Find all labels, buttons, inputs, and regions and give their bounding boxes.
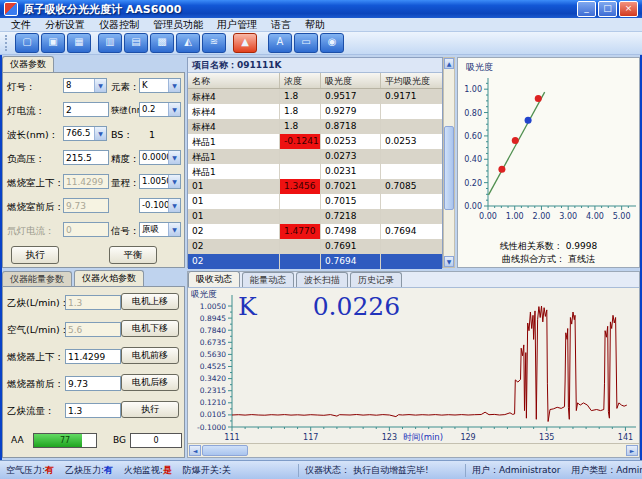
lamp-current-label: 灯电流：: [7, 105, 45, 118]
svg-text:123: 123: [382, 433, 397, 442]
burner-updown-label: 燃烧器上下：: [7, 351, 64, 364]
col-average-absorbance[interactable]: 平均吸光度: [381, 73, 441, 88]
scroll-left-icon[interactable]: ◄: [189, 445, 201, 456]
col-name[interactable]: 名称: [188, 73, 280, 88]
acetylene-flow-input[interactable]: [65, 403, 121, 418]
menu-analysis-settings[interactable]: 分析设置: [38, 18, 92, 32]
svg-text:3.00: 3.00: [559, 212, 577, 221]
burner-frontback-input[interactable]: [65, 376, 121, 391]
scrollbar-thumb[interactable]: [444, 126, 454, 210]
menubar: 文件 分析设置 仪器控制 管理员功能 用户管理 语言 帮助: [0, 18, 642, 32]
new-file-icon[interactable]: ▢: [15, 33, 39, 53]
burner-updown-input[interactable]: [65, 349, 121, 364]
chevron-down-icon: ▼: [168, 199, 180, 212]
menu-file[interactable]: 文件: [4, 18, 38, 32]
open-file-icon[interactable]: ▣: [41, 33, 65, 53]
peak-profile-icon[interactable]: ◭: [176, 33, 200, 53]
lamp-icon[interactable]: ▥: [98, 33, 122, 53]
table-row[interactable]: 样品10.0273: [188, 149, 442, 164]
slit-select[interactable]: 0.2▼: [139, 102, 181, 117]
tab-absorption-dynamic[interactable]: 吸收动态: [188, 271, 240, 287]
power-icon[interactable]: ◉: [320, 33, 344, 53]
burner-icon[interactable]: ≋: [202, 33, 226, 53]
table-row[interactable]: 标样41.80.9279: [188, 104, 442, 119]
lamp-energy-icon[interactable]: ▤: [124, 33, 148, 53]
table-row[interactable]: 样品10.0231: [188, 164, 442, 179]
motor-back-button[interactable]: 电机后移: [121, 374, 179, 391]
signal-scrollbar[interactable]: ◄ ►: [188, 443, 639, 457]
table-row[interactable]: 样品1-0.12410.02530.0253: [188, 134, 442, 149]
wavelength-select[interactable]: 766.5▼: [63, 126, 107, 141]
table-row[interactable]: 标样41.80.8718: [188, 119, 442, 134]
scroll-down-icon[interactable]: ▼: [444, 256, 454, 267]
lamp-number-select[interactable]: 8▼: [63, 78, 107, 93]
correlation-line: 线性相关系数： 0.9998: [458, 240, 639, 253]
execute-button[interactable]: 执行: [11, 246, 59, 264]
wavelength-icon[interactable]: A: [268, 33, 292, 53]
tab-history[interactable]: 历史记录: [350, 272, 402, 287]
svg-text:1.00: 1.00: [506, 212, 524, 221]
maximize-button[interactable]: □: [598, 1, 617, 17]
bg-value: 0: [130, 433, 182, 448]
signal-select[interactable]: 原吸▼: [139, 222, 181, 237]
table-row[interactable]: 021.47700.74980.7694: [188, 224, 442, 239]
scrollbar-thumb[interactable]: [202, 445, 248, 456]
menu-help[interactable]: 帮助: [298, 18, 332, 32]
table-row-selected[interactable]: 020.7694: [188, 254, 442, 269]
high-voltage-input[interactable]: [63, 150, 109, 165]
svg-text:吸光度: 吸光度: [191, 289, 217, 299]
scroll-right-icon[interactable]: ►: [626, 445, 638, 456]
element-label: 元素：: [111, 81, 140, 94]
bs-label: BS：: [111, 129, 133, 142]
offset-select[interactable]: -0.1000▼: [139, 198, 181, 213]
user-status: 用户：Administrator 用户类型：Administrator: [465, 464, 642, 477]
menu-language[interactable]: 语言: [264, 18, 298, 32]
scroll-up-icon[interactable]: ▲: [444, 58, 454, 69]
col-concentration[interactable]: 浓度: [280, 73, 321, 88]
save-icon[interactable]: ▦: [67, 33, 91, 53]
close-button[interactable]: ×: [619, 1, 638, 17]
col-absorbance[interactable]: 吸光度: [321, 73, 381, 88]
flame-icon[interactable]: ▲: [233, 33, 257, 53]
motor-up-button[interactable]: 电机上移: [121, 293, 179, 310]
chevron-down-icon: ▼: [168, 103, 180, 116]
table-row[interactable]: 标样41.80.95170.9171: [188, 89, 442, 104]
table-row[interactable]: 010.7218: [188, 209, 442, 224]
menu-admin-functions[interactable]: 管理员功能: [146, 18, 210, 32]
table-row[interactable]: 020.7691: [188, 239, 442, 254]
precision-select[interactable]: 0.0000▼: [139, 150, 181, 165]
tab-energy-dynamic[interactable]: 能量动态: [242, 272, 294, 287]
svg-text:111: 111: [224, 433, 239, 442]
energy-scan-icon[interactable]: ▩: [150, 33, 174, 53]
table-row[interactable]: 010.7015: [188, 194, 442, 209]
svg-text:0.60: 0.60: [464, 132, 482, 141]
element-select[interactable]: K▼: [139, 78, 181, 93]
flame-execute-button[interactable]: 执行: [121, 401, 179, 418]
autosampler-icon[interactable]: ▭: [294, 33, 318, 53]
chevron-down-icon: ▼: [94, 127, 106, 140]
tab-energy-params[interactable]: 仪器能量参数: [2, 271, 72, 286]
app-window: 原子吸收分光光度计 AAS6000 _ □ × 文件 分析设置 仪器控制 管理员…: [0, 0, 642, 479]
table-header: 名称 浓度 吸光度 平均吸光度: [188, 73, 442, 89]
motor-forward-button[interactable]: 电机前移: [121, 347, 179, 364]
table-row[interactable]: 011.34560.70210.7085: [188, 179, 442, 194]
balance-button[interactable]: 平衡: [109, 246, 157, 264]
menu-instrument-control[interactable]: 仪器控制: [92, 18, 146, 32]
chevron-down-icon: ▼: [168, 175, 180, 188]
tab-wavelength-scan[interactable]: 波长扫描: [296, 272, 348, 287]
minimize-button[interactable]: _: [577, 1, 596, 17]
chevron-down-icon: ▼: [168, 151, 180, 164]
air-pressure-value: 有: [45, 465, 54, 475]
motor-down-button[interactable]: 电机下移: [121, 320, 179, 337]
tab-instrument-params[interactable]: 仪器参数: [2, 56, 54, 72]
toolbar: ▢ ▣ ▦ ▥ ▤ ▩ ◭ ≋ ▲ A ▭ ◉: [0, 32, 642, 55]
svg-text:0.4525: 0.4525: [200, 362, 226, 371]
high-voltage-label: 负高压：: [7, 153, 45, 166]
svg-text:129: 129: [460, 433, 475, 442]
range-select[interactable]: 1.0050▼: [139, 174, 181, 189]
svg-text:5.00: 5.00: [613, 212, 631, 221]
table-scrollbar[interactable]: ▲ ▼: [443, 57, 455, 268]
lamp-current-input[interactable]: [63, 102, 109, 117]
tab-flame-params[interactable]: 仪器火焰参数: [74, 270, 144, 286]
menu-user-management[interactable]: 用户管理: [210, 18, 264, 32]
